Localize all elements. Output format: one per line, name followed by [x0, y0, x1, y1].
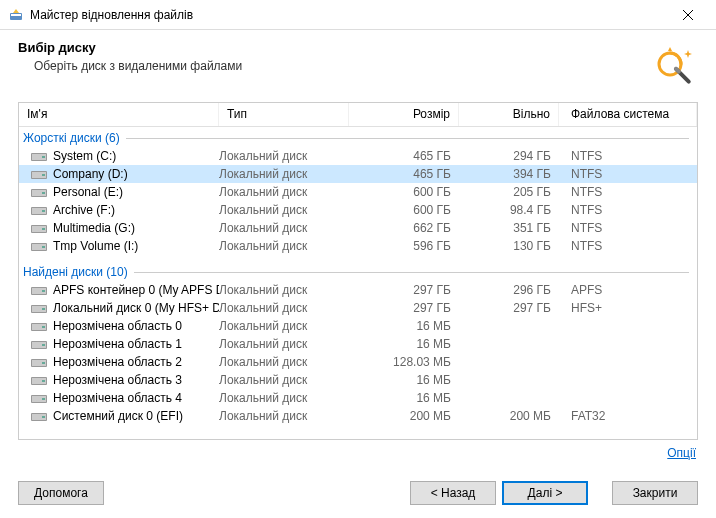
disk-size: 465 ГБ [349, 149, 459, 163]
disk-row[interactable]: Локальний диск 0 (My HFS+ Disk)Локальний… [19, 299, 697, 317]
window-title: Майстер відновлення файлів [30, 8, 668, 22]
disk-free: 98.4 ГБ [459, 203, 559, 217]
disk-icon [31, 240, 47, 252]
disk-size: 297 ГБ [349, 283, 459, 297]
group-header: Жорсткі диски (6) [19, 127, 697, 147]
disk-row[interactable]: Personal (E:)Локальний диск600 ГБ205 ГБN… [19, 183, 697, 201]
disk-type: Локальний диск [219, 149, 349, 163]
disk-type: Локальний диск [219, 373, 349, 387]
svg-rect-1 [11, 14, 21, 16]
disk-icon [31, 168, 47, 180]
disk-row[interactable]: APFS контейнер 0 (My APFS Disk)Локальний… [19, 281, 697, 299]
disk-fs: NTFS [559, 239, 697, 253]
disk-icon [31, 302, 47, 314]
disk-fs: HFS+ [559, 301, 697, 315]
disk-name: Нерозмічена область 3 [53, 373, 182, 387]
group-label: Найдені диски (10) [23, 265, 128, 279]
disk-row[interactable]: Нерозмічена область 0Локальний диск16 МБ [19, 317, 697, 335]
wizard-header: Вибір диску Оберіть диск з видаленими фа… [0, 30, 716, 96]
cancel-button[interactable]: Закрити [612, 481, 698, 505]
column-headers: Ім'я Тип Розмір Вільно Файлова система [19, 103, 697, 127]
disk-row[interactable]: Нерозмічена область 1Локальний диск16 МБ [19, 335, 697, 353]
disk-row[interactable]: Company (D:)Локальний диск465 ГБ394 ГБNT… [19, 165, 697, 183]
disk-size: 297 ГБ [349, 301, 459, 315]
disk-name: APFS контейнер 0 (My APFS Disk) [53, 283, 219, 297]
disk-name: Нерозмічена область 0 [53, 319, 182, 333]
group-label: Жорсткі диски (6) [23, 131, 120, 145]
disk-size: 596 ГБ [349, 239, 459, 253]
disk-fs: NTFS [559, 149, 697, 163]
disk-row[interactable]: Tmp Volume (I:)Локальний диск596 ГБ130 Г… [19, 237, 697, 255]
options-row: Опції [0, 440, 716, 460]
disk-size: 600 ГБ [349, 203, 459, 217]
back-button[interactable]: < Назад [410, 481, 496, 505]
disk-type: Локальний диск [219, 337, 349, 351]
col-header-size[interactable]: Розмір [349, 103, 459, 126]
svg-rect-26 [42, 290, 45, 292]
disk-type: Локальний диск [219, 239, 349, 253]
next-button[interactable]: Далі > [502, 481, 588, 505]
svg-rect-38 [42, 362, 45, 364]
options-link[interactable]: Опції [667, 446, 696, 460]
disk-free: 297 ГБ [459, 301, 559, 315]
disk-icon [31, 320, 47, 332]
svg-rect-20 [42, 228, 45, 230]
disk-size: 600 ГБ [349, 185, 459, 199]
disk-free: 296 ГБ [459, 283, 559, 297]
disk-row[interactable]: Нерозмічена область 4Локальний диск16 МБ [19, 389, 697, 407]
svg-rect-11 [42, 174, 45, 176]
disk-name: Personal (E:) [53, 185, 123, 199]
svg-rect-14 [42, 192, 45, 194]
disk-row[interactable]: Нерозмічена область 3Локальний диск16 МБ [19, 371, 697, 389]
disk-fs: FAT32 [559, 409, 697, 423]
close-button[interactable] [668, 1, 708, 29]
disk-type: Локальний диск [219, 167, 349, 181]
disk-size: 465 ГБ [349, 167, 459, 181]
disk-name: Локальний диск 0 (My HFS+ Disk) [53, 301, 219, 315]
disk-row[interactable]: Нерозмічена область 2Локальний диск128.0… [19, 353, 697, 371]
disk-row[interactable]: Multimedia (G:)Локальний диск662 ГБ351 Г… [19, 219, 697, 237]
disk-icon [31, 222, 47, 234]
disk-list[interactable]: Жорсткі диски (6)System (C:)Локальний ди… [19, 127, 697, 439]
footer: Допомога < Назад Далі > Закрити [0, 468, 716, 518]
disk-icon [31, 284, 47, 296]
disk-size: 16 МБ [349, 373, 459, 387]
disk-fs: NTFS [559, 221, 697, 235]
disk-icon [31, 150, 47, 162]
svg-rect-47 [42, 416, 45, 418]
disk-row[interactable]: Archive (F:)Локальний диск600 ГБ98.4 ГБN… [19, 201, 697, 219]
disk-type: Локальний диск [219, 355, 349, 369]
svg-marker-3 [668, 47, 672, 51]
col-header-free[interactable]: Вільно [459, 103, 559, 126]
disk-free: 205 ГБ [459, 185, 559, 199]
disk-type: Локальний диск [219, 301, 349, 315]
disk-row[interactable]: Системний диск 0 (EFI)Локальний диск200 … [19, 407, 697, 425]
svg-rect-17 [42, 210, 45, 212]
disk-size: 662 ГБ [349, 221, 459, 235]
disk-name: Нерозмічена область 1 [53, 337, 182, 351]
disk-icon [31, 204, 47, 216]
col-header-fs[interactable]: Файлова система [559, 103, 697, 126]
page-subtitle: Оберіть диск з видаленими файлами [18, 59, 650, 73]
disk-free: 351 ГБ [459, 221, 559, 235]
disk-type: Локальний диск [219, 283, 349, 297]
disk-free: 394 ГБ [459, 167, 559, 181]
disk-name: Company (D:) [53, 167, 128, 181]
svg-rect-23 [42, 246, 45, 248]
help-button[interactable]: Допомога [18, 481, 104, 505]
disk-icon [31, 356, 47, 368]
disk-fs: NTFS [559, 203, 697, 217]
svg-rect-35 [42, 344, 45, 346]
disk-size: 16 МБ [349, 337, 459, 351]
disk-icon [31, 410, 47, 422]
group-header: Найдені диски (10) [19, 261, 697, 281]
svg-rect-29 [42, 308, 45, 310]
disk-free: 294 ГБ [459, 149, 559, 163]
col-header-name[interactable]: Ім'я [19, 103, 219, 126]
disk-size: 16 МБ [349, 319, 459, 333]
disk-row[interactable]: System (C:)Локальний диск465 ГБ294 ГБNTF… [19, 147, 697, 165]
disk-type: Локальний диск [219, 203, 349, 217]
disk-name: Tmp Volume (I:) [53, 239, 138, 253]
col-header-type[interactable]: Тип [219, 103, 349, 126]
app-icon [8, 7, 24, 23]
